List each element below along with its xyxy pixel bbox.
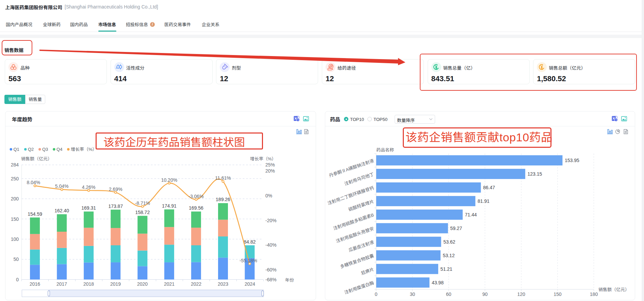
svg-text:2022: 2022 [191,281,201,287]
svg-text:154.59: 154.59 [28,211,42,217]
svg-text:0: 0 [16,277,19,282]
svg-text:注射用糜蛋白酶: 注射用糜蛋白酶 [344,280,375,295]
svg-text:Q1: Q1 [13,147,19,152]
svg-text:2023: 2023 [218,281,228,287]
svg-text:51.21: 51.21 [441,266,452,272]
svg-text:189.26: 189.26 [216,197,230,202]
svg-text:-40%: -40% [265,242,277,248]
svg-text:注射用乌司他丁: 注射用乌司他丁 [344,172,375,187]
svg-text:43.98: 43.98 [432,280,444,285]
svg-text:增长率（%）: 增长率（%） [250,156,276,161]
svg-text:50: 50 [13,256,19,262]
svg-text:-55.18%: -55.18% [240,258,257,263]
svg-text:Q2: Q2 [28,147,34,152]
svg-text:10.20%: 10.20% [161,177,177,183]
svg-text:-68%: -68% [265,277,277,282]
svg-text:多糖铁复合物胶囊: 多糖铁复合物胶囊 [340,253,375,269]
svg-text:174.91: 174.91 [162,203,177,209]
svg-text:0: 0 [375,291,378,297]
svg-text:86.47: 86.47 [483,185,495,190]
svg-text:84.82: 84.82 [244,239,255,245]
svg-text:169.56: 169.56 [189,205,203,211]
svg-text:100: 100 [11,236,19,242]
svg-text:169.31: 169.31 [81,205,96,211]
svg-text:2021: 2021 [164,281,175,287]
svg-text:Q4: Q4 [56,147,62,152]
svg-text:20%: 20% [265,168,275,174]
svg-text:120: 120 [517,291,526,297]
svg-text:瓜蒌皮注射液: 瓜蒌皮注射液 [348,240,375,253]
svg-text:150: 150 [554,291,562,297]
svg-text:123.15: 123.15 [527,171,542,177]
svg-text:60: 60 [446,291,451,297]
svg-text:2019: 2019 [110,281,121,287]
svg-text:11.61%: 11.61% [215,175,231,181]
svg-text:180: 180 [590,291,598,297]
svg-text:53.62: 53.62 [443,239,455,245]
svg-text:250: 250 [11,176,19,181]
svg-text:81.91: 81.91 [478,198,490,204]
svg-text:2024: 2024 [245,281,255,287]
svg-text:30: 30 [410,291,415,297]
svg-text:0%: 0% [265,193,272,198]
svg-text:增长率（%）: 增长率（%） [71,147,97,152]
svg-text:销售额（亿元）: 销售额（亿元） [21,156,52,161]
svg-text:53.12: 53.12 [443,253,455,258]
svg-text:-20%: -20% [265,218,277,223]
svg-text:-3.06%: -3.06% [188,194,203,199]
svg-text:59.27: 59.27 [450,226,462,231]
svg-text:158.72: 158.72 [135,210,150,215]
svg-text:2017: 2017 [56,281,67,287]
svg-text:尪痹片: 尪痹片 [360,267,375,276]
svg-text:销售额（亿元）: 销售额（亿元） [598,287,629,292]
svg-text:25%: 25% [265,162,275,167]
svg-text:4.26%: 4.26% [82,184,96,190]
svg-text:-8.71%: -8.71% [135,200,150,206]
svg-text:284: 284 [11,162,19,167]
svg-text:162.40: 162.40 [54,208,69,213]
svg-text:90: 90 [482,291,488,297]
svg-text:5.04%: 5.04% [55,183,69,189]
svg-text:2016: 2016 [30,281,40,287]
svg-text:173.87: 173.87 [108,203,123,209]
svg-text:硫酸羟氯喹片: 硫酸羟氯喹片 [348,199,375,212]
svg-text:年份: 年份 [285,278,294,283]
svg-text:71.44: 71.44 [465,212,477,217]
svg-text:2018: 2018 [83,281,94,287]
svg-text:153.95: 153.95 [565,158,579,163]
svg-text:2020: 2020 [137,281,148,287]
svg-text:2.69%: 2.69% [109,187,122,192]
svg-text:Q3: Q3 [42,147,48,152]
svg-text:-60%: -60% [265,267,277,272]
svg-text:8.04%: 8.04% [27,180,40,185]
svg-text:200: 200 [11,196,19,201]
svg-text:150: 150 [11,216,19,222]
